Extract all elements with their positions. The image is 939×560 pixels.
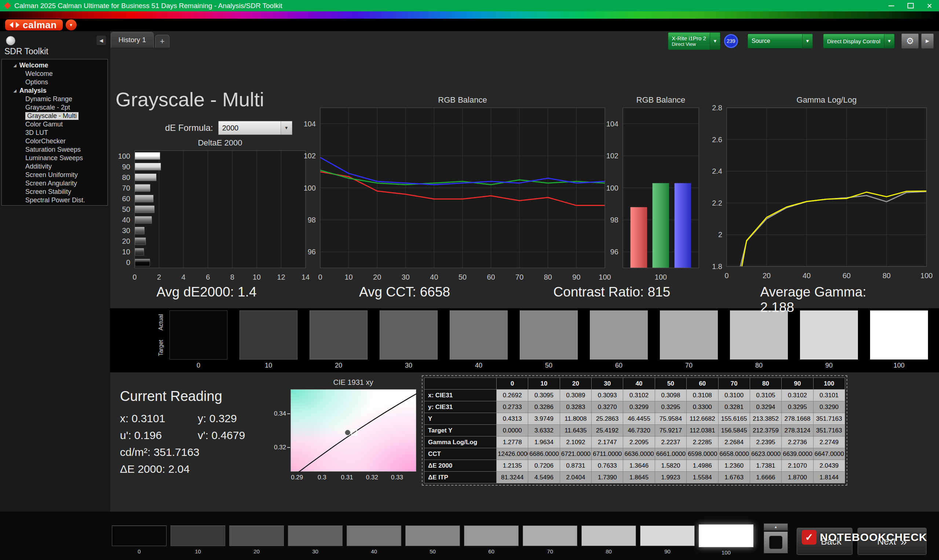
table-cell: 1.6763 [718,472,750,483]
sidebar-item-colorchecker[interactable]: ColorChecker [2,137,108,146]
sidebar-item-additivity[interactable]: Additivity [2,162,108,171]
sidebar-item-spectral-power-dist[interactable]: Spectral Power Dist. [2,196,108,205]
table-cell: 278.3124 [782,425,813,437]
tree-item-label: ColorChecker [25,137,66,145]
table-cell: 11.6435 [560,425,591,437]
svg-text:30: 30 [122,226,130,235]
sidebar-item-3d-lut[interactable]: 3D LUT [2,129,108,137]
sidebar-item-saturation-sweeps[interactable]: Saturation Sweeps [2,146,108,154]
sidebar-item-dynamic-range[interactable]: Dynamic Range [2,95,108,103]
sidebar-item-color-gamut[interactable]: Color Gamut [2,120,108,129]
level-button-40[interactable]: 40 [347,526,401,555]
tree-item-label: Dynamic Range [25,95,72,103]
sidebar-item-screen-stability[interactable]: Screen Stability [2,188,108,196]
svg-text:1.8: 1.8 [712,262,722,271]
strip-swatch-10: 10 [239,311,298,369]
swatch-level-label: 10 [239,362,298,369]
table-row-gamma-log-log: Gamma Log/Log1.27781.96342.10922.17472.2… [424,437,845,448]
level-label: 20 [229,548,284,554]
display-control-dropdown[interactable]: Direct Display Control ▼ [823,34,894,48]
sidebar-item-grayscale-multi[interactable]: Grayscale - Multi [2,112,108,120]
next-button[interactable]: Next » [857,528,927,555]
cie-x-tick-label: 0.31 [341,474,353,481]
close-button[interactable]: × [920,0,939,11]
level-swatch [229,526,284,546]
level-button-90[interactable]: 90 [640,526,695,555]
sidebar-item-luminance-sweeps[interactable]: Luminance Sweeps [2,154,108,162]
sidebar-item-options[interactable]: Options [2,78,108,86]
sidebar-item-welcome[interactable]: Welcome [2,70,108,78]
strip-swatch-20: 20 [310,311,367,369]
level-button-10[interactable]: 10 [171,526,225,555]
sidebar-circle-button[interactable] [6,36,15,45]
sidebar-item-screen-angularity[interactable]: Screen Angularity [2,179,108,188]
table-cell: 2.2285 [687,437,718,448]
meter-mode: Direct View [672,42,706,47]
forward-button[interactable]: ► [921,33,934,49]
sidebar-item-grayscale-2pt[interactable]: Grayscale - 2pt [2,103,108,112]
table-cell: 0.3108 [687,389,718,401]
table-cell: 2.0439 [813,460,845,472]
swatch-level-label: 80 [730,362,788,369]
tree-section-welcome[interactable]: ◢Welcome [2,61,108,70]
meter-dropdown[interactable]: X-Rite i1Pro 2 Direct View ▼ [668,32,720,50]
sidebar-item-screen-uniformity[interactable]: Screen Uniformity [2,171,108,179]
level-label: 30 [288,548,342,554]
level-button-20[interactable]: 20 [229,526,284,555]
svg-text:RGB Balance: RGB Balance [438,95,487,105]
svg-text:0: 0 [126,258,130,266]
level-button-60[interactable]: 60 [464,526,519,555]
level-button-0[interactable]: 0 [112,526,167,555]
svg-text:20: 20 [763,272,771,280]
maximize-button[interactable] [901,0,920,11]
cie-chart-title: CIE 1931 xy [333,378,373,387]
maximize-icon [907,3,914,8]
table-cell: 0.3093 [592,389,623,401]
level-button-50[interactable]: 50 [405,526,460,555]
tree-section-analysis[interactable]: ◢Analysis [2,86,108,95]
tab-history-1[interactable]: History 1 [111,32,154,48]
de-formula-row: dE Formula: 2000 ▼ [165,121,292,135]
strip-swatch-100: 100 [870,311,928,369]
current-reading-panel: Current Reading x: 0.3101y: 0.329u': 0.1… [120,388,245,480]
table-cell: 0.3102 [623,389,655,401]
level-button-30[interactable]: 30 [288,526,342,555]
tab-add[interactable]: + [155,35,170,48]
settings-button[interactable]: ⚙ [901,33,919,49]
calman-logo[interactable]: calman [5,19,63,31]
sidebar-collapse-button[interactable]: ◀ [97,35,106,45]
stat-contrast-ratio: Contrast Ratio: 815 [554,285,671,300]
stat-average-gamma: Average Gamma: 2.188 [760,285,880,315]
minimize-button[interactable] [882,0,901,11]
page-title: Grayscale - Multi [116,88,264,111]
table-cell: 155.6165 [718,413,750,425]
swatch-level-label: 100 [870,362,928,369]
svg-text:100: 100 [606,184,618,192]
source-dropdown[interactable]: Source ▼ [748,34,813,48]
svg-text:90: 90 [122,163,130,171]
level-button-70[interactable]: 70 [523,526,577,555]
de-formula-dropdown[interactable]: 2000 ▼ [218,121,292,135]
table-cell: 46.7320 [623,425,655,437]
level-button-100[interactable]: 100 [699,526,753,555]
back-button[interactable]: ◄ Back [797,528,853,555]
table-cell: 3.6332 [528,425,560,437]
pattern-expand-button[interactable]: ▲ [764,523,788,531]
table-cell: 2.2736 [782,437,813,448]
table-cell: 2.2237 [655,437,686,448]
level-label: 70 [523,548,577,554]
table-cell: 1.2360 [718,460,750,472]
swatch-row: 0102030405060708090100 [170,311,928,369]
target-row-label: Target [158,340,164,356]
pattern-window-button[interactable] [764,531,788,554]
table-cell: 2.1070 [782,460,813,472]
table-cell: 0.3270 [592,401,623,413]
level-button-80[interactable]: 80 [581,526,636,555]
swatch-color [310,311,367,360]
meter-count-badge: 239 [724,34,738,48]
logo-menu-button[interactable]: ▼ [66,19,77,31]
svg-text:60: 60 [487,273,495,281]
cie-y-tick-label: 0.32 [274,444,286,451]
table-cell: 0.7633 [592,460,623,472]
table-cell: 4.5496 [528,472,560,483]
